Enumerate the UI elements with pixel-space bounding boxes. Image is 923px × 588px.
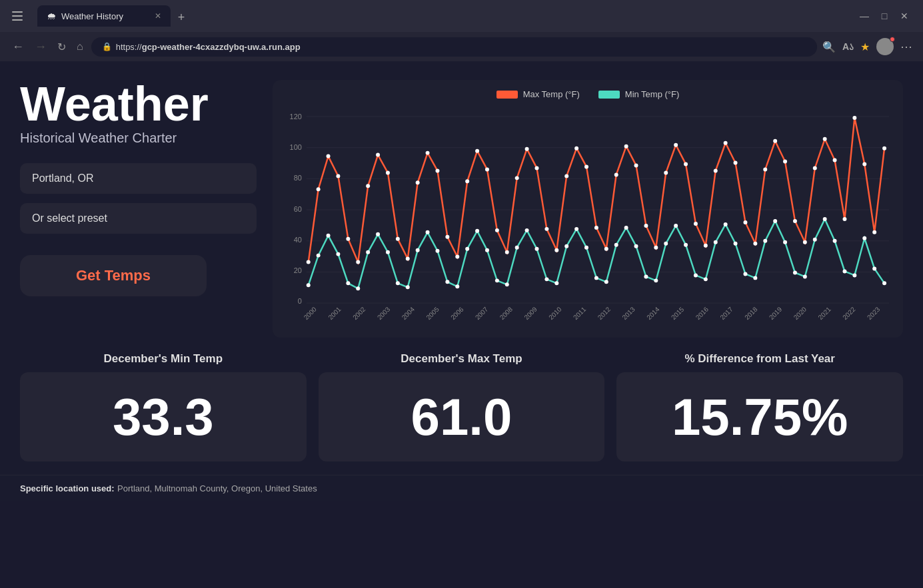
avatar[interactable] <box>876 38 894 55</box>
avatar-notification-dot <box>890 37 895 42</box>
svg-point-66 <box>793 219 797 223</box>
svg-text:2015: 2015 <box>670 306 686 322</box>
svg-text:2002: 2002 <box>351 306 367 322</box>
svg-point-116 <box>704 277 708 281</box>
address-bar[interactable]: 🔒 https://gcp-weather-4cxazzdybq-uw.a.ru… <box>91 37 817 57</box>
svg-point-61 <box>743 220 747 224</box>
svg-point-134 <box>882 281 886 285</box>
get-temps-button[interactable]: Get Temps <box>20 255 207 296</box>
stats-row: December's Min Temp 33.3 December's Max … <box>20 352 903 475</box>
svg-point-75 <box>882 147 886 150</box>
url-display: https://gcp-weather-4cxazzdybq-uw.a.run.… <box>116 42 301 52</box>
temperature-chart: 120 100 80 60 40 20 0 <box>283 106 892 326</box>
svg-point-55 <box>684 162 688 166</box>
svg-point-118 <box>724 222 728 226</box>
svg-text:2011: 2011 <box>572 306 588 322</box>
home-button[interactable]: ⌂ <box>74 38 86 55</box>
svg-point-69 <box>823 137 827 141</box>
svg-point-117 <box>714 240 718 244</box>
stat-label-2: % Difference from Last Year <box>616 352 903 366</box>
lock-icon: 🔒 <box>102 42 112 51</box>
active-tab[interactable]: 🌧 Weather History ✕ <box>37 5 171 27</box>
svg-text:100: 100 <box>290 143 302 151</box>
svg-point-52 <box>654 246 658 250</box>
svg-point-92 <box>465 247 469 251</box>
menu-button[interactable]: ⋯ <box>900 39 914 54</box>
svg-point-25 <box>386 170 390 174</box>
svg-point-68 <box>813 166 817 170</box>
preset-select-wrap: Or select preset New York, NY Los Angele… <box>20 203 257 234</box>
svg-point-106 <box>604 280 608 284</box>
svg-rect-2 <box>12 19 23 21</box>
svg-point-24 <box>376 153 380 157</box>
svg-point-39 <box>525 147 529 151</box>
svg-text:2021: 2021 <box>816 306 832 322</box>
stat-value-2: 15.75% <box>630 391 890 443</box>
svg-point-123 <box>773 219 777 223</box>
svg-point-82 <box>366 250 370 254</box>
svg-point-27 <box>406 257 410 261</box>
svg-text:2001: 2001 <box>327 306 343 322</box>
svg-point-110 <box>644 274 648 278</box>
svg-point-113 <box>674 224 678 228</box>
svg-point-94 <box>485 248 489 252</box>
svg-point-40 <box>535 166 539 170</box>
stat-section-0: December's Min Temp 33.3 <box>20 352 307 461</box>
svg-point-31 <box>445 235 449 239</box>
svg-point-42 <box>554 248 558 252</box>
svg-point-34 <box>475 149 479 153</box>
footer-location: Portland, Multnomah County, Oregon, Unit… <box>117 483 317 493</box>
svg-point-20 <box>336 174 340 178</box>
svg-point-72 <box>852 116 856 120</box>
svg-point-93 <box>475 229 479 233</box>
stat-card-1: 61.0 <box>319 372 605 461</box>
svg-point-30 <box>436 168 440 172</box>
svg-point-50 <box>634 164 638 168</box>
svg-point-111 <box>654 278 658 282</box>
close-button[interactable]: ✕ <box>899 11 910 21</box>
svg-text:2008: 2008 <box>498 306 514 322</box>
svg-point-28 <box>416 180 420 184</box>
footer-prefix: Specific location used: <box>20 483 115 493</box>
svg-point-22 <box>356 260 360 264</box>
svg-point-58 <box>714 168 718 172</box>
svg-point-35 <box>485 167 489 171</box>
refresh-button[interactable]: ↻ <box>55 38 69 56</box>
svg-text:2017: 2017 <box>718 306 734 322</box>
svg-point-133 <box>872 266 876 270</box>
svg-point-105 <box>594 276 598 280</box>
location-input[interactable] <box>32 172 245 184</box>
svg-point-41 <box>544 227 548 231</box>
svg-text:2012: 2012 <box>596 306 612 322</box>
svg-text:2004: 2004 <box>401 306 417 322</box>
svg-point-18 <box>317 187 321 191</box>
tab-close-icon[interactable]: ✕ <box>155 11 161 21</box>
svg-point-62 <box>753 242 757 246</box>
svg-text:40: 40 <box>294 236 302 244</box>
svg-text:2007: 2007 <box>474 306 490 322</box>
maximize-button[interactable]: □ <box>879 11 890 21</box>
svg-text:2010: 2010 <box>547 306 563 322</box>
svg-point-100 <box>544 277 548 281</box>
svg-point-53 <box>664 170 668 174</box>
sidebar-toggle[interactable] <box>8 7 27 25</box>
back-button[interactable]: ← <box>9 37 27 57</box>
preset-select[interactable]: Or select preset New York, NY Los Angele… <box>32 212 245 224</box>
svg-point-85 <box>396 281 400 285</box>
svg-point-23 <box>366 184 370 188</box>
svg-text:2016: 2016 <box>694 306 710 322</box>
font-icon[interactable]: AᲐ <box>842 41 854 52</box>
svg-point-130 <box>842 269 846 273</box>
search-icon[interactable]: 🔍 <box>822 41 836 53</box>
svg-point-131 <box>852 273 856 277</box>
svg-point-129 <box>833 239 837 243</box>
svg-point-126 <box>803 274 807 278</box>
minimize-button[interactable]: — <box>859 11 870 21</box>
new-tab-button[interactable]: + <box>172 8 191 27</box>
svg-point-76 <box>307 283 311 287</box>
star-icon[interactable]: ★ <box>860 41 870 53</box>
tab-title: Weather History <box>61 11 123 21</box>
svg-point-96 <box>505 282 509 286</box>
svg-point-99 <box>535 247 539 251</box>
svg-point-98 <box>525 228 529 232</box>
